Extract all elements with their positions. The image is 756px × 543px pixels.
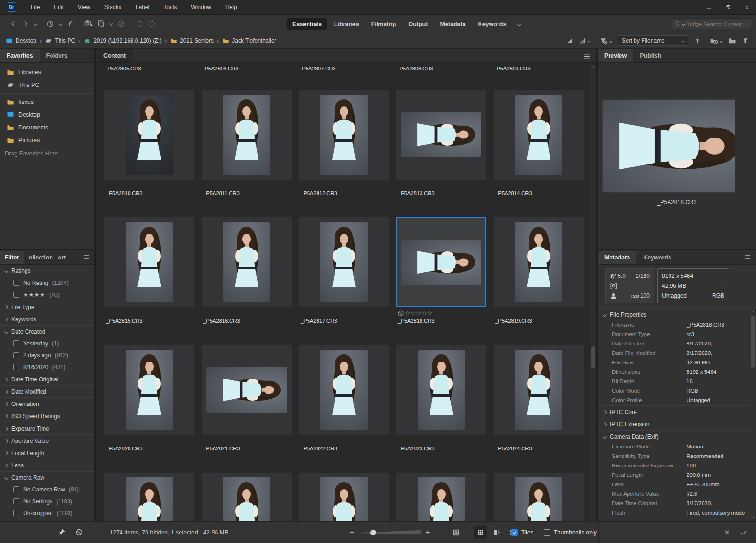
scroll-down-icon[interactable] [751, 516, 755, 520]
scroll-up-icon[interactable] [592, 65, 595, 69]
zoom-in-icon[interactable]: + [425, 528, 430, 537]
filter-item[interactable]: Un-cropped(1193) [0, 507, 94, 519]
tab-ollections[interactable]: ollections [24, 251, 53, 264]
file-tile[interactable]: _P5A2815.CR3 [104, 217, 194, 345]
sidebar-item-libraries[interactable]: Libraries [0, 66, 94, 78]
file-tile[interactable]: _P5A2823.CR3 [396, 345, 486, 473]
zoom-out-icon[interactable]: − [350, 528, 354, 537]
view-thumbnails-button[interactable] [474, 526, 487, 539]
file-tile[interactable]: _P5A2821.CR3 [202, 345, 292, 473]
metadata-scrollbar[interactable] [749, 308, 756, 521]
filter-checkbox[interactable] [13, 340, 19, 346]
camera-raw-icon[interactable] [117, 20, 125, 28]
filter-section-date-created[interactable]: Date Created [0, 325, 94, 337]
view-details-button[interactable] [490, 526, 503, 539]
file-tile[interactable] [202, 473, 292, 521]
bridge-search-box[interactable] [672, 18, 751, 29]
filter-checkbox[interactable] [13, 498, 19, 504]
tab-folders[interactable]: Folders [40, 49, 74, 62]
file-tile[interactable]: _P5A2819.CR3 [494, 217, 584, 345]
workspace-tab-essentials[interactable]: Essentials [287, 18, 327, 30]
filter-section-lens[interactable]: Lens [0, 459, 94, 471]
file-tile[interactable] [396, 473, 486, 521]
tab-ort[interactable]: ort [53, 251, 71, 264]
forward-button[interactable] [22, 20, 29, 27]
file-tile[interactable]: _P5A2805.CR3 [104, 66, 194, 75]
file-tile[interactable]: _P5A2813.CR3 [396, 90, 486, 217]
filter-checkbox[interactable] [13, 280, 19, 286]
sidebar-item-this-pc[interactable]: This PC [0, 78, 94, 91]
filter-item[interactable]: No Camera Raw(81) [0, 483, 94, 495]
tab-content[interactable]: Content [96, 49, 133, 62]
close-button[interactable] [737, 0, 756, 15]
filter-items-icon[interactable] [600, 37, 608, 45]
filter-item[interactable]: 2 days ago(842) [0, 349, 94, 361]
workspace-tab-output[interactable]: Output [403, 18, 433, 30]
file-tile[interactable]: _P5A2806.CR3 [202, 66, 292, 75]
breadcrumb-item[interactable]: 2021 Seniors [170, 37, 214, 44]
file-tile[interactable]: ☆☆☆☆☆_P5A2818.CR3 [396, 217, 486, 345]
pin-filter-icon[interactable] [58, 528, 66, 536]
tab-preview[interactable]: Preview [598, 49, 633, 62]
menu-file[interactable]: File [24, 0, 47, 15]
file-tile[interactable]: _P5A2810.CR3 [104, 90, 194, 217]
filter-checkbox[interactable] [13, 486, 19, 492]
filter-section-aperture-value[interactable]: Aperture Value [0, 434, 94, 447]
filter-item[interactable]: 8/16/2020(431) [0, 361, 94, 373]
menu-help[interactable]: Help [218, 0, 244, 15]
filter-section-keywords[interactable]: Keywords [0, 313, 94, 325]
scrollbar-thumb[interactable] [591, 346, 595, 368]
recent-folder-dropdown-icon[interactable] [720, 39, 723, 42]
scroll-down-icon[interactable] [592, 515, 595, 518]
metadata-section-iptc-extension[interactable]: IPTC Extension [598, 418, 749, 430]
filter-section-file-type[interactable]: File Type [0, 301, 94, 313]
filter-checkbox[interactable] [13, 352, 19, 358]
file-tile[interactable] [104, 473, 194, 521]
minimize-button[interactable] [699, 0, 718, 15]
menu-tools[interactable]: Tools [156, 0, 184, 15]
tab-filter[interactable]: Filter [0, 251, 24, 264]
sort-dropdown[interactable]: Sort by Filename [618, 35, 688, 46]
metadata-section-camera-data-exif-[interactable]: Camera Data (Exif) [598, 430, 749, 442]
workspace-tab-keywords[interactable]: Keywords [473, 18, 512, 30]
file-tile[interactable]: _P5A2808.CR3 [396, 66, 486, 75]
filter-item[interactable]: Yesterday(1) [0, 337, 94, 349]
slider-track[interactable] [359, 530, 421, 535]
quality-dropdown-icon[interactable] [587, 39, 591, 42]
sidebar-item-desktop[interactable]: Desktop [0, 108, 94, 121]
open-recent-folder-icon[interactable] [710, 36, 718, 45]
metadata-cancel-icon[interactable] [723, 529, 730, 536]
menu-edit[interactable]: Edit [47, 0, 71, 15]
breadcrumb-item[interactable]: 2019 (\\192.168.0.120) (Z:) [84, 37, 161, 44]
thumbnail-quality-hq-icon[interactable] [579, 37, 586, 44]
metadata-apply-icon[interactable] [740, 529, 747, 536]
filter-section-orientation[interactable]: Orientation [0, 397, 94, 410]
workspace-tab-filmstrip[interactable]: Filmstrip [366, 18, 402, 30]
get-photos-camera-icon[interactable] [84, 19, 93, 28]
thumbnail-quality-fast-icon[interactable] [566, 37, 573, 44]
filter-section-camera-raw[interactable]: Camera Raw [0, 471, 94, 483]
nav-dropdown-icon[interactable] [34, 22, 37, 26]
filter-menu-icon[interactable] [83, 253, 90, 260]
tab-keywords[interactable]: Keywords [636, 251, 678, 264]
thumbnails-only-checkbox[interactable] [544, 529, 550, 536]
filter-checkbox[interactable] [13, 364, 19, 370]
duplicate-icon[interactable] [97, 20, 105, 27]
search-dropdown-icon[interactable] [682, 22, 685, 26]
filter-item[interactable]: No Settings(1193) [0, 495, 94, 507]
bridge-search-input[interactable] [686, 21, 748, 27]
filter-item[interactable]: ★★★★(70) [0, 289, 94, 301]
breadcrumb-item[interactable]: This PC [45, 37, 75, 44]
content-menu-icon[interactable] [584, 53, 591, 60]
menu-label[interactable]: Label [129, 0, 156, 15]
file-tile[interactable]: _P5A2817.CR3 [299, 217, 389, 345]
file-tile[interactable] [299, 473, 389, 521]
filter-section-date-time-original[interactable]: Date Time Original [0, 373, 94, 385]
file-tile[interactable]: _P5A2820.CR3 [104, 345, 194, 473]
content-scrollbar[interactable] [590, 63, 596, 521]
file-tile[interactable]: _P5A2822.CR3 [299, 345, 389, 473]
menu-window[interactable]: Window [184, 0, 218, 15]
sort-ascending-icon[interactable] [694, 37, 701, 44]
rotate-right-icon[interactable] [148, 20, 156, 28]
filter-section-ratings[interactable]: Ratings [0, 265, 94, 277]
